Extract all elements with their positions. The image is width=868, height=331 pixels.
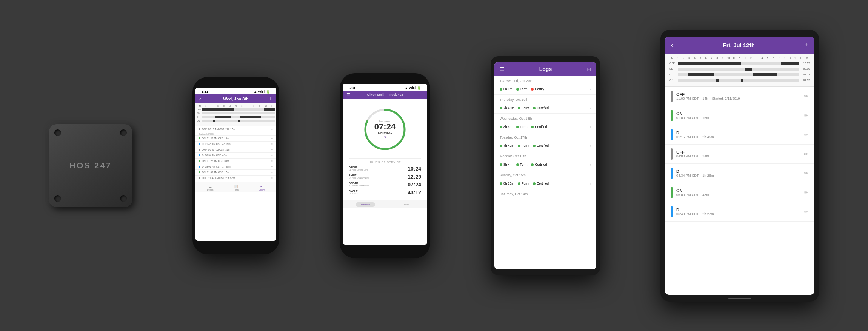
circle-inner: Remaining 07:24 DRIVING ∨ [374, 120, 396, 139]
chevron-down-icon[interactable]: ∨ [374, 135, 396, 139]
logs-day-row-wed[interactable]: 8h 6m Form Certified › [494, 122, 596, 132]
phone1-log-entries: OFF 00:13 AM CST 22h 17m ✏ Started: 1/7/… [195, 126, 276, 182]
entry-status-2: D [676, 131, 800, 135]
timeline-row-off: OFF 13.57 [669, 61, 810, 66]
edit-pen-icon-0[interactable]: ✏ [804, 93, 808, 99]
tablet-hamburger-icon[interactable]: ☰ [500, 66, 505, 72]
timeline-block-on-2 [741, 79, 743, 82]
phone1-chart: M246810N246810M OFF SB [195, 103, 276, 126]
logs-day-row-tue[interactable]: 7h 42m Form Certified › [494, 141, 596, 151]
logs-day-mon: Monday, Oct 16th 8h 4m Form Certified › [494, 151, 596, 170]
corner-screw-bl [54, 195, 61, 202]
detail-entry-4: D 04:34 PM CDT 1h 26m ✏ [665, 164, 814, 183]
phone1-icons: ▲ WiFi 🔋 [254, 90, 270, 94]
add-entry-icon[interactable]: + [804, 41, 808, 49]
timeline-block-d-2 [753, 73, 777, 76]
hos-row-cycle: CYCLE USA 70-8 43:12 [349, 189, 421, 196]
circle-time: 07:24 [374, 123, 396, 131]
large-tablet-date: Fri, Jul 12th [723, 42, 755, 48]
device-brand-label: HOS 247 [69, 161, 112, 171]
edit-pen-icon-1[interactable]: ✏ [804, 112, 808, 119]
edit-icon-7[interactable]: ✏ [271, 171, 273, 174]
phone2-frame: 5:31 ▲ WiFi 🔋 ☰ Oliver Smith - Truck #25… [340, 73, 430, 258]
log-entry-0: OFF 00:13 AM CST 22h 17m ✏ [195, 127, 276, 132]
logs-day-tue: Tuesday, Oct 17th 7h 42m Form Certified … [494, 132, 596, 151]
timeline-label-off: OFF [669, 62, 678, 65]
tue-badges: 7h 42m Form Certified [500, 144, 549, 148]
edit-pen-icon-5[interactable]: ✏ [804, 189, 808, 196]
logs-day-header-sat: Saturday, Oct 14th [494, 189, 596, 197]
large-tablet-frame: ‹ Fri, Jul 12th + M1234567891011N1234567… [660, 30, 819, 302]
logs-day-today: TODAY - Fri, Oct 20th 0h 0m Form [494, 76, 596, 95]
edit-icon-8[interactable]: ✏ [271, 177, 273, 180]
driving-circle-area: Remaining 07:24 DRIVING ∨ [343, 99, 427, 156]
edit-pen-icon-2[interactable]: ✏ [804, 132, 808, 138]
edit-icon-5[interactable]: ✏ [271, 160, 273, 163]
phone2-gear-icon[interactable]: ⋮ [420, 93, 423, 97]
phone2-header: ☰ Oliver Smith - Truck #25 ⋮ [343, 91, 427, 99]
today-form: Form [520, 87, 528, 91]
bar-on-5 [671, 187, 673, 198]
phone1-plus-icon[interactable]: + [269, 95, 272, 102]
edit-icon-3[interactable]: ✏ [271, 148, 273, 151]
timeline-block-d-1 [688, 73, 714, 76]
edit-icon-1[interactable]: ✏ [271, 137, 273, 140]
hos-row-shift: SHIFT 14-Hour On-Duty Limit 12:29 [349, 174, 421, 180]
footer-tab-form[interactable]: 📋 Form [234, 185, 239, 191]
edit-icon-2[interactable]: ✏ [271, 143, 273, 146]
timeline-track-off [678, 62, 799, 65]
edit-icon-0[interactable]: ✏ [271, 128, 273, 131]
tablet-filter-icon[interactable]: ⊟ [586, 66, 591, 72]
log-entry-7: ON 11:30 AM CST 17m ✏ [195, 170, 276, 176]
edit-icon-6[interactable]: ✏ [271, 165, 273, 168]
logs-day-row-mon[interactable]: 8h 4m Form Certified › [494, 160, 596, 170]
phone1-header-title: Wed, Jan 8th [223, 97, 249, 101]
edit-pen-icon-6[interactable]: ✏ [804, 209, 808, 215]
log-entry-8: OFF 11:47 AM CST 20h 57m ✏ [195, 176, 276, 181]
timeline-track-on [678, 79, 799, 82]
edit-pen-icon-4[interactable]: ✏ [804, 170, 808, 176]
entry-info-4: D 04:34 PM CDT 1h 26m [676, 169, 800, 177]
today-certify: Certify [535, 87, 544, 91]
log-entry-1: ON 01:30 AM CST 15m ✏ [195, 136, 276, 142]
phone2-footer: Summary Recap [343, 200, 427, 208]
logs-day-sun: Sunday, Oct 15th 8h 15m Form Certified › [494, 170, 596, 189]
footer-tab-certify[interactable]: ✓ Certify [259, 185, 265, 191]
hamburger-icon[interactable]: ☰ [346, 92, 350, 97]
detail-entry-0: OFF 11:00 PM CDT 14h Started: 7/11/2019 … [665, 87, 814, 106]
timeline-value-off: 13.57 [799, 62, 810, 65]
footer-tab-summary[interactable]: Summary [356, 202, 375, 207]
footer-tab-events[interactable]: ☰ Events [207, 185, 214, 191]
today-time-dot [500, 88, 502, 91]
logs-day-header-tue: Tuesday, Oct 17th [494, 132, 596, 141]
timeline-block-sb-1 [745, 68, 752, 71]
hos-title: HOURS OF SERVICE [349, 158, 421, 163]
timeline-value-d: 07.12 [799, 73, 810, 76]
timeline-track-d [678, 73, 799, 76]
today-form-dot [516, 88, 519, 91]
timeline-row-d: D 07.12 [669, 72, 810, 77]
phone1-frame: 5:31 ▲ WiFi 🔋 ‹ Wed, Jan 8th + M246810N2… [192, 77, 279, 254]
edit-icon-4[interactable]: ✏ [271, 154, 273, 157]
logs-day-header-today: TODAY - Fri, Oct 20th [494, 76, 596, 84]
entry-time-3: 04:00 PM CDT 34m [676, 154, 800, 158]
footer-tab-recap[interactable]: Recap [398, 202, 414, 207]
entry-status-6: D [676, 208, 800, 212]
tablet-logs-title: Logs [505, 66, 586, 72]
timeline-block-off-1 [678, 62, 741, 65]
timeline-rows: OFF 13.57 SB 02.00 [669, 61, 810, 83]
tablet-logs-header: ☰ Logs ⊟ [494, 62, 596, 76]
today-form-badge: Form [516, 87, 528, 91]
logs-day-row-thu[interactable]: 7h 46m Form Certified › [494, 103, 596, 114]
bar-on-1 [671, 110, 673, 121]
phone1-back-icon[interactable]: ‹ [199, 96, 201, 102]
timeline-value-sb: 02.00 [799, 68, 810, 70]
logs-day-row-sun[interactable]: 8h 15m Form Certified › [494, 179, 596, 189]
footer-tab-events-label: Events [207, 189, 214, 191]
logs-day-row-today[interactable]: 0h 0m Form Certify › [494, 84, 596, 95]
edit-pen-icon-3[interactable]: ✏ [804, 151, 808, 157]
today-certify-dot [531, 88, 534, 91]
back-arrow-icon[interactable]: ‹ [671, 41, 673, 49]
hos-cycle-value: 43:12 [408, 189, 421, 196]
phone1-chart-labels: M246810N246810M [197, 105, 275, 107]
